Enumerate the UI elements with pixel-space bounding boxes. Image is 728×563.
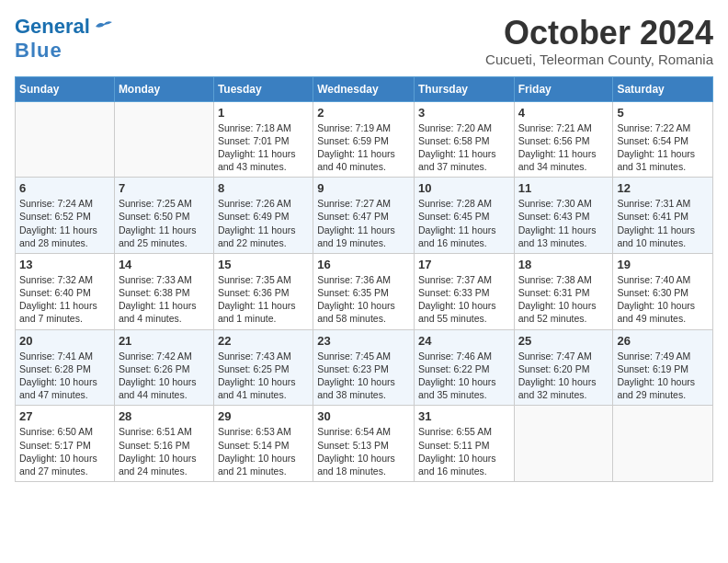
- day-number: 19: [617, 258, 709, 271]
- day-number: 26: [617, 334, 709, 348]
- day-number: 8: [218, 181, 309, 195]
- day-content: Sunrise: 6:54 AM Sunset: 5:13 PM Dayligh…: [317, 425, 410, 477]
- day-number: 14: [119, 258, 210, 271]
- weekday-header-friday: Friday: [514, 76, 613, 101]
- day-content: Sunrise: 6:51 AM Sunset: 5:16 PM Dayligh…: [119, 425, 210, 477]
- calendar-cell: 21Sunrise: 7:42 AM Sunset: 6:26 PM Dayli…: [114, 329, 213, 406]
- calendar-week-row: 27Sunrise: 6:50 AM Sunset: 5:17 PM Dayli…: [16, 406, 713, 482]
- weekday-header-monday: Monday: [114, 76, 213, 101]
- calendar-cell: [514, 406, 613, 482]
- day-number: 23: [317, 334, 410, 348]
- weekday-header-saturday: Saturday: [613, 76, 713, 101]
- calendar-cell: 13Sunrise: 7:32 AM Sunset: 6:40 PM Dayli…: [16, 253, 115, 329]
- day-content: Sunrise: 7:22 AM Sunset: 6:54 PM Dayligh…: [617, 121, 709, 174]
- day-number: 27: [19, 409, 110, 423]
- calendar-cell: 3Sunrise: 7:20 AM Sunset: 6:58 PM Daylig…: [414, 101, 514, 178]
- day-content: Sunrise: 7:30 AM Sunset: 6:43 PM Dayligh…: [518, 197, 609, 249]
- day-content: Sunrise: 7:47 AM Sunset: 6:20 PM Dayligh…: [518, 350, 609, 402]
- day-content: Sunrise: 7:33 AM Sunset: 6:38 PM Dayligh…: [119, 273, 210, 326]
- calendar-cell: 24Sunrise: 7:46 AM Sunset: 6:22 PM Dayli…: [414, 329, 514, 406]
- day-number: 20: [19, 334, 110, 348]
- day-content: Sunrise: 7:35 AM Sunset: 6:36 PM Dayligh…: [218, 273, 309, 326]
- day-content: Sunrise: 6:53 AM Sunset: 5:14 PM Dayligh…: [218, 425, 309, 477]
- calendar-cell: 18Sunrise: 7:38 AM Sunset: 6:31 PM Dayli…: [514, 253, 613, 329]
- logo-bird-icon: [94, 19, 114, 34]
- weekday-header-row: SundayMondayTuesdayWednesdayThursdayFrid…: [16, 76, 713, 101]
- day-number: 12: [617, 181, 709, 195]
- day-number: 21: [119, 334, 210, 348]
- calendar-week-row: 13Sunrise: 7:32 AM Sunset: 6:40 PM Dayli…: [16, 253, 713, 329]
- calendar-cell: 29Sunrise: 6:53 AM Sunset: 5:14 PM Dayli…: [213, 406, 313, 482]
- calendar-cell: 30Sunrise: 6:54 AM Sunset: 5:13 PM Dayli…: [313, 406, 415, 482]
- calendar-cell: 31Sunrise: 6:55 AM Sunset: 5:11 PM Dayli…: [414, 406, 514, 482]
- day-number: 18: [518, 258, 609, 271]
- calendar-cell: 16Sunrise: 7:36 AM Sunset: 6:35 PM Dayli…: [313, 253, 415, 329]
- calendar-cell: 28Sunrise: 6:51 AM Sunset: 5:16 PM Dayli…: [114, 406, 213, 482]
- day-number: 5: [617, 106, 709, 120]
- day-number: 25: [518, 334, 609, 348]
- day-number: 28: [119, 409, 210, 423]
- month-title: October 2024: [485, 15, 713, 52]
- calendar-cell: 12Sunrise: 7:31 AM Sunset: 6:41 PM Dayli…: [613, 178, 713, 254]
- day-number: 11: [518, 181, 609, 195]
- calendar-cell: [613, 406, 713, 482]
- day-content: Sunrise: 7:42 AM Sunset: 6:26 PM Dayligh…: [119, 350, 210, 402]
- day-content: Sunrise: 7:38 AM Sunset: 6:31 PM Dayligh…: [518, 273, 609, 326]
- day-number: 7: [119, 181, 210, 195]
- day-number: 4: [518, 106, 609, 120]
- calendar-cell: 25Sunrise: 7:47 AM Sunset: 6:20 PM Dayli…: [514, 329, 613, 406]
- calendar-cell: 8Sunrise: 7:26 AM Sunset: 6:49 PM Daylig…: [213, 178, 313, 254]
- calendar-cell: 10Sunrise: 7:28 AM Sunset: 6:45 PM Dayli…: [414, 178, 514, 254]
- calendar-cell: 26Sunrise: 7:49 AM Sunset: 6:19 PM Dayli…: [613, 329, 713, 406]
- day-number: 2: [317, 106, 410, 120]
- calendar-table: SundayMondayTuesdayWednesdayThursdayFrid…: [15, 76, 713, 482]
- calendar-cell: 17Sunrise: 7:37 AM Sunset: 6:33 PM Dayli…: [414, 253, 514, 329]
- calendar-cell: 19Sunrise: 7:40 AM Sunset: 6:30 PM Dayli…: [613, 253, 713, 329]
- calendar-cell: 2Sunrise: 7:19 AM Sunset: 6:59 PM Daylig…: [313, 101, 415, 178]
- calendar-cell: 14Sunrise: 7:33 AM Sunset: 6:38 PM Dayli…: [114, 253, 213, 329]
- day-content: Sunrise: 7:41 AM Sunset: 6:28 PM Dayligh…: [19, 350, 110, 402]
- day-content: Sunrise: 7:46 AM Sunset: 6:22 PM Dayligh…: [418, 350, 510, 402]
- day-number: 15: [218, 258, 309, 271]
- calendar-cell: 4Sunrise: 7:21 AM Sunset: 6:56 PM Daylig…: [514, 101, 613, 178]
- title-block: October 2024 Cucueti, Teleorman County, …: [485, 15, 713, 67]
- day-content: Sunrise: 7:36 AM Sunset: 6:35 PM Dayligh…: [317, 273, 410, 326]
- weekday-header-wednesday: Wednesday: [313, 76, 415, 101]
- logo-text: General: [15, 15, 90, 39]
- calendar-cell: 22Sunrise: 7:43 AM Sunset: 6:25 PM Dayli…: [213, 329, 313, 406]
- calendar-cell: 5Sunrise: 7:22 AM Sunset: 6:54 PM Daylig…: [613, 101, 713, 178]
- day-content: Sunrise: 7:28 AM Sunset: 6:45 PM Dayligh…: [418, 197, 510, 249]
- day-number: 16: [317, 258, 410, 271]
- day-number: 24: [418, 334, 510, 348]
- day-content: Sunrise: 6:55 AM Sunset: 5:11 PM Dayligh…: [418, 425, 510, 477]
- calendar-cell: 11Sunrise: 7:30 AM Sunset: 6:43 PM Dayli…: [514, 178, 613, 254]
- day-content: Sunrise: 7:40 AM Sunset: 6:30 PM Dayligh…: [617, 273, 709, 326]
- day-number: 10: [418, 181, 510, 195]
- day-number: 17: [418, 258, 510, 271]
- day-content: Sunrise: 6:50 AM Sunset: 5:17 PM Dayligh…: [19, 425, 110, 477]
- weekday-header-tuesday: Tuesday: [213, 76, 313, 101]
- day-number: 6: [19, 181, 110, 195]
- calendar-cell: 27Sunrise: 6:50 AM Sunset: 5:17 PM Dayli…: [16, 406, 115, 482]
- page-header: General Blue October 2024 Cucueti, Teleo…: [15, 15, 713, 67]
- calendar-cell: 1Sunrise: 7:18 AM Sunset: 7:01 PM Daylig…: [213, 101, 313, 178]
- weekday-header-thursday: Thursday: [414, 76, 514, 101]
- day-number: 9: [317, 181, 410, 195]
- logo: General Blue: [15, 15, 114, 63]
- day-content: Sunrise: 7:49 AM Sunset: 6:19 PM Dayligh…: [617, 350, 709, 402]
- day-number: 13: [19, 258, 110, 271]
- day-content: Sunrise: 7:25 AM Sunset: 6:50 PM Dayligh…: [119, 197, 210, 249]
- day-content: Sunrise: 7:18 AM Sunset: 7:01 PM Dayligh…: [218, 121, 309, 174]
- day-content: Sunrise: 7:43 AM Sunset: 6:25 PM Dayligh…: [218, 350, 309, 402]
- calendar-cell: 9Sunrise: 7:27 AM Sunset: 6:47 PM Daylig…: [313, 178, 415, 254]
- day-number: 31: [418, 409, 510, 423]
- calendar-week-row: 1Sunrise: 7:18 AM Sunset: 7:01 PM Daylig…: [16, 101, 713, 178]
- day-number: 29: [218, 409, 309, 423]
- day-number: 3: [418, 106, 510, 120]
- logo-blue-text: Blue: [15, 39, 63, 62]
- day-content: Sunrise: 7:27 AM Sunset: 6:47 PM Dayligh…: [317, 197, 410, 249]
- calendar-week-row: 6Sunrise: 7:24 AM Sunset: 6:52 PM Daylig…: [16, 178, 713, 254]
- day-content: Sunrise: 7:20 AM Sunset: 6:58 PM Dayligh…: [418, 121, 510, 174]
- calendar-week-row: 20Sunrise: 7:41 AM Sunset: 6:28 PM Dayli…: [16, 329, 713, 406]
- day-content: Sunrise: 7:31 AM Sunset: 6:41 PM Dayligh…: [617, 197, 709, 249]
